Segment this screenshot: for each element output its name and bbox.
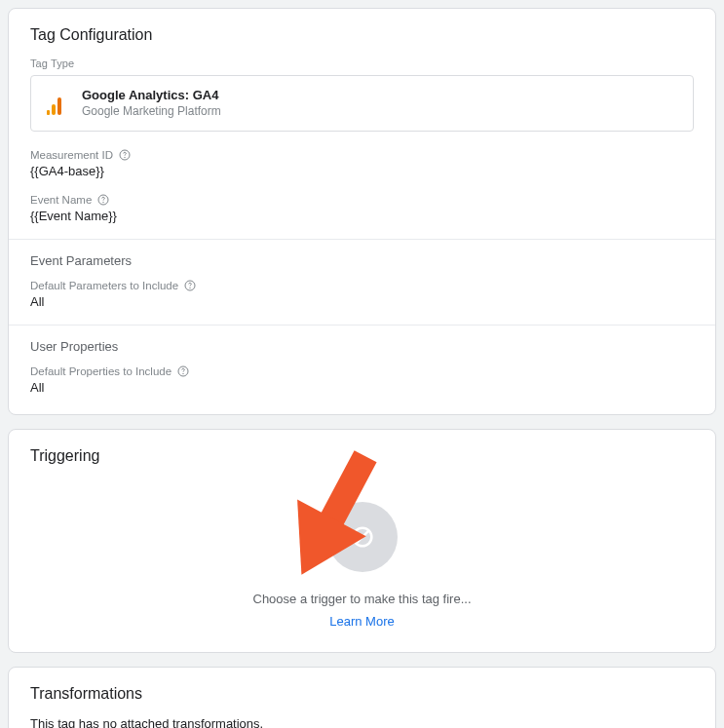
tag-configuration-card: Tag Configuration Tag Type Google Analyt… — [8, 8, 716, 415]
default-parameters-field: Default Parameters to Include All — [30, 280, 694, 309]
user-properties-title: User Properties — [30, 339, 694, 354]
triggering-title: Triggering — [30, 447, 694, 465]
svg-point-3 — [103, 203, 104, 204]
event-name-value: {{Event Name}} — [30, 209, 694, 223]
default-parameters-label: Default Parameters to Include — [30, 280, 178, 291]
event-name-label: Event Name — [30, 194, 92, 206]
transformations-empty-text: This tag has no attached transformations… — [30, 716, 694, 728]
tag-type-label: Tag Type — [30, 57, 694, 69]
measurement-id-value: {{GA4-base}} — [30, 164, 694, 178]
add-trigger-button[interactable] — [327, 502, 398, 572]
learn-more-link[interactable]: Learn More — [329, 614, 394, 629]
trigger-empty-text: Choose a trigger to make this tag fire..… — [253, 592, 472, 606]
triggering-card: Triggering Choose a trigger to make this… — [8, 429, 716, 653]
tag-type-selector[interactable]: Google Analytics: GA4 Google Marketing P… — [30, 75, 694, 132]
default-parameters-value: All — [30, 294, 694, 309]
event-parameters-title: Event Parameters — [30, 253, 694, 268]
svg-point-5 — [190, 288, 191, 289]
tag-type-name: Google Analytics: GA4 — [82, 88, 221, 104]
transformations-title: Transformations — [30, 685, 694, 703]
default-properties-value: All — [30, 380, 694, 395]
help-icon[interactable] — [97, 194, 109, 206]
event-name-field: Event Name {{Event Name}} — [30, 194, 694, 223]
help-icon[interactable] — [184, 280, 196, 291]
trigger-empty-icon — [349, 523, 376, 551]
tag-configuration-title: Tag Configuration — [30, 26, 694, 44]
tag-type-platform: Google Marketing Platform — [82, 104, 221, 120]
default-properties-label: Default Properties to Include — [30, 365, 171, 377]
svg-point-7 — [183, 374, 184, 375]
default-properties-field: Default Properties to Include All — [30, 365, 694, 395]
help-icon[interactable] — [177, 365, 189, 377]
ga4-icon — [45, 92, 68, 115]
transformations-card: Transformations This tag has no attached… — [8, 667, 716, 728]
measurement-id-field: Measurement ID {{GA4-base}} — [30, 149, 694, 178]
help-icon[interactable] — [119, 149, 131, 161]
divider — [9, 325, 715, 326]
svg-point-1 — [125, 158, 126, 159]
measurement-id-label: Measurement ID — [30, 149, 113, 161]
divider — [9, 239, 715, 240]
